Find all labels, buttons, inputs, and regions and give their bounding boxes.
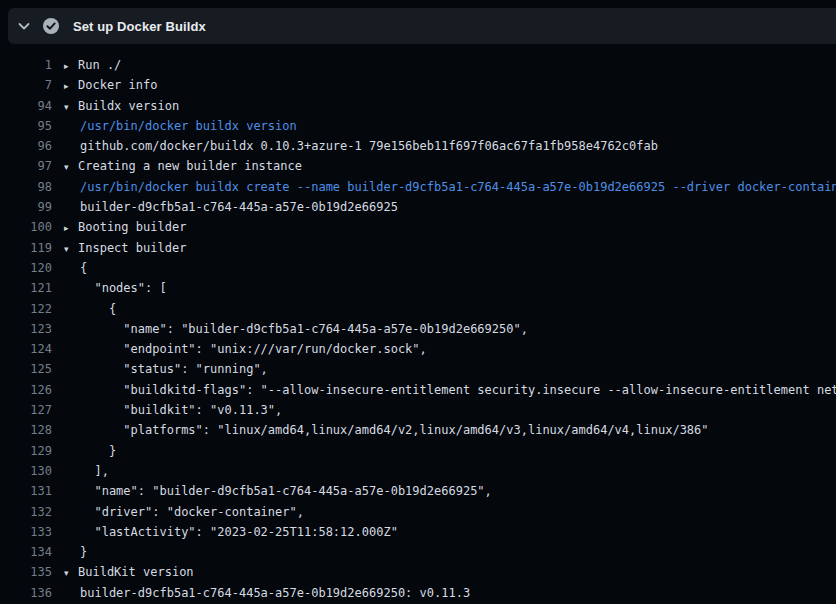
log-line: 126 "buildkitd-flags": "--allow-insecure…: [0, 380, 836, 400]
output-text: "status": "running",: [52, 359, 268, 379]
triangle-collapsed-icon[interactable]: ▸: [64, 218, 78, 238]
output-text: "driver": "docker-container",: [52, 502, 304, 522]
log-line[interactable]: 97▾Creating a new builder instance: [0, 156, 836, 176]
output-text: {: [52, 258, 87, 278]
triangle-expanded-icon[interactable]: ▾: [64, 239, 78, 259]
line-number[interactable]: 132: [0, 502, 52, 522]
group-title: Buildx version: [78, 99, 179, 113]
log-line: 131 "name": "builder-d9cfb5a1-c764-445a-…: [0, 481, 836, 501]
log-line: 124 "endpoint": "unix:///var/run/docker.…: [0, 339, 836, 359]
log-line[interactable]: 100▸Booting builder: [0, 217, 836, 237]
output-text: "name": "builder-d9cfb5a1-c764-445a-a57e…: [52, 481, 492, 501]
line-number[interactable]: 97: [0, 156, 52, 176]
output-text: "endpoint": "unix:///var/run/docker.sock…: [52, 339, 427, 359]
line-number[interactable]: 99: [0, 197, 52, 217]
line-number[interactable]: 133: [0, 522, 52, 542]
line-number[interactable]: 126: [0, 380, 52, 400]
log-line: 122 {: [0, 299, 836, 319]
group-title: BuildKit version: [78, 565, 194, 579]
line-number[interactable]: 128: [0, 420, 52, 440]
log-line[interactable]: 119▾Inspect builder: [0, 238, 836, 258]
line-number[interactable]: 121: [0, 278, 52, 298]
command-text: /usr/bin/docker buildx create --name bui…: [52, 177, 836, 197]
output-text: ],: [52, 461, 109, 481]
output-text: "nodes": [: [52, 278, 167, 298]
group-row-content[interactable]: ▾Buildx version: [52, 96, 179, 116]
log-line: 132 "driver": "docker-container",: [0, 502, 836, 522]
group-title: Creating a new builder instance: [78, 159, 302, 173]
group-title: Run ./: [78, 58, 121, 72]
group-row-content[interactable]: ▸Docker info: [52, 75, 157, 95]
group-title: Inspect builder: [78, 241, 186, 255]
line-number[interactable]: 98: [0, 177, 52, 197]
line-number[interactable]: 100: [0, 217, 52, 237]
log-line: 136builder-d9cfb5a1-c764-445a-a57e-0b19d…: [0, 583, 836, 603]
triangle-expanded-icon[interactable]: ▾: [64, 157, 78, 177]
step-header[interactable]: Set up Docker Buildx: [8, 8, 836, 44]
log-line[interactable]: 7▸Docker info: [0, 75, 836, 95]
command-text: /usr/bin/docker buildx version: [52, 116, 297, 136]
line-number[interactable]: 122: [0, 299, 52, 319]
log-rows: 1▸Run ./7▸Docker info94▾Buildx version95…: [0, 55, 836, 603]
output-text: }: [52, 542, 87, 562]
line-number[interactable]: 124: [0, 339, 52, 359]
line-number[interactable]: 1: [0, 55, 52, 75]
group-row-content[interactable]: ▾Creating a new builder instance: [52, 156, 302, 176]
line-number[interactable]: 131: [0, 481, 52, 501]
log-line: 95/usr/bin/docker buildx version: [0, 116, 836, 136]
group-row-content[interactable]: ▾Inspect builder: [52, 238, 186, 258]
line-number[interactable]: 130: [0, 461, 52, 481]
group-row-content[interactable]: ▸Booting builder: [52, 217, 186, 237]
line-number[interactable]: 136: [0, 583, 52, 603]
step-title: Set up Docker Buildx: [73, 19, 206, 34]
log-line: 129 }: [0, 441, 836, 461]
log-line: 128 "platforms": "linux/amd64,linux/amd6…: [0, 420, 836, 440]
output-text: {: [52, 299, 116, 319]
group-title: Booting builder: [78, 220, 186, 234]
log-line: 127 "buildkit": "v0.11.3",: [0, 400, 836, 420]
group-row-content[interactable]: ▾BuildKit version: [52, 562, 194, 582]
output-text: }: [52, 441, 116, 461]
line-number[interactable]: 7: [0, 75, 52, 95]
line-number[interactable]: 119: [0, 238, 52, 258]
log-line: 98/usr/bin/docker buildx create --name b…: [0, 177, 836, 197]
chevron-down-icon[interactable]: [16, 18, 32, 34]
line-number[interactable]: 125: [0, 359, 52, 379]
line-number[interactable]: 96: [0, 136, 52, 156]
line-number[interactable]: 120: [0, 258, 52, 278]
log-line: 99builder-d9cfb5a1-c764-445a-a57e-0b19d2…: [0, 197, 836, 217]
output-text: builder-d9cfb5a1-c764-445a-a57e-0b19d2e6…: [52, 583, 470, 603]
output-text: "name": "builder-d9cfb5a1-c764-445a-a57e…: [52, 319, 528, 339]
log-line: 121 "nodes": [: [0, 278, 836, 298]
group-row-content[interactable]: ▸Run ./: [52, 55, 121, 75]
log-line: 120{: [0, 258, 836, 278]
triangle-collapsed-icon[interactable]: ▸: [64, 76, 78, 96]
log-line[interactable]: 1▸Run ./: [0, 55, 836, 75]
triangle-collapsed-icon[interactable]: ▸: [64, 56, 78, 76]
actions-log-viewer: Set up Docker Buildx 1▸Run ./7▸Docker in…: [0, 8, 836, 603]
log-line: 96github.com/docker/buildx 0.10.3+azure-…: [0, 136, 836, 156]
output-text: "platforms": "linux/amd64,linux/amd64/v2…: [52, 420, 709, 440]
log-line: 130 ],: [0, 461, 836, 481]
line-number[interactable]: 134: [0, 542, 52, 562]
triangle-expanded-icon[interactable]: ▾: [64, 563, 78, 583]
line-number[interactable]: 127: [0, 400, 52, 420]
output-text: "buildkitd-flags": "--allow-insecure-ent…: [52, 380, 836, 400]
line-number[interactable]: 123: [0, 319, 52, 339]
log-line: 134}: [0, 542, 836, 562]
output-text: "buildkit": "v0.11.3",: [52, 400, 282, 420]
triangle-expanded-icon[interactable]: ▾: [64, 97, 78, 117]
group-title: Docker info: [78, 78, 157, 92]
line-number[interactable]: 135: [0, 562, 52, 582]
log-line[interactable]: 94▾Buildx version: [0, 96, 836, 116]
log-line: 123 "name": "builder-d9cfb5a1-c764-445a-…: [0, 319, 836, 339]
line-number[interactable]: 129: [0, 441, 52, 461]
line-number[interactable]: 94: [0, 96, 52, 116]
output-text: github.com/docker/buildx 0.10.3+azure-1 …: [52, 136, 658, 156]
output-text: builder-d9cfb5a1-c764-445a-a57e-0b19d2e6…: [52, 197, 398, 217]
log-line: 125 "status": "running",: [0, 359, 836, 379]
log-line[interactable]: 135▾BuildKit version: [0, 562, 836, 582]
log-area: 1▸Run ./7▸Docker info94▾Buildx version95…: [0, 44, 836, 603]
line-number[interactable]: 95: [0, 116, 52, 136]
output-text: "lastActivity": "2023-02-25T11:58:12.000…: [52, 522, 398, 542]
